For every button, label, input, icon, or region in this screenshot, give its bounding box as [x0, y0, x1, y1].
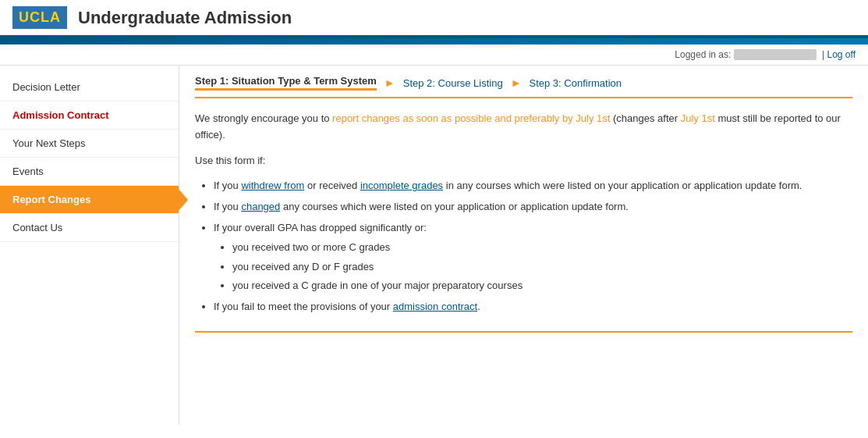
admission-contract-link[interactable]: admission contract — [393, 301, 477, 312]
username-display: REDACTED — [734, 49, 817, 60]
step2-link[interactable]: Step 2: Course Listing — [403, 77, 503, 89]
intro-paragraph: We strongly encourage you to report chan… — [195, 111, 852, 144]
sidebar-item-contact-us[interactable]: Contact Us — [0, 214, 179, 242]
page-title: Undergraduate Admission — [78, 8, 292, 28]
content-area: We strongly encourage you to report chan… — [195, 111, 852, 333]
step1[interactable]: Step 1: Situation Type & Term System — [195, 75, 377, 91]
logoff-link[interactable]: Log off — [827, 49, 856, 60]
bullet-4: If you fail to meet the provisions of yo… — [214, 299, 852, 315]
main-layout: Decision Letter Admission Contract Your … — [0, 66, 868, 425]
page-header: UCLA Undergraduate Admission — [0, 0, 868, 38]
incomplete-grades-link[interactable]: incomplete grades — [360, 180, 443, 191]
step3-link[interactable]: Step 3: Confirmation — [529, 77, 622, 89]
steps-nav: Step 1: Situation Type & Term System ► S… — [195, 66, 852, 98]
bullet-1: If you withdrew from or received incompl… — [214, 178, 852, 194]
sidebar-item-your-next-steps[interactable]: Your Next Steps — [0, 130, 179, 158]
logged-in-label: Logged in as: — [675, 49, 731, 60]
changed-link[interactable]: changed — [241, 201, 280, 212]
bottom-divider — [195, 331, 852, 333]
blue-bar — [0, 38, 868, 45]
withdrew-from-link[interactable]: withdrew from — [241, 180, 304, 191]
sidebar-item-admission-contract[interactable]: Admission Contract — [0, 101, 179, 130]
step-arrow-1: ► — [384, 77, 395, 89]
highlight-july: July 1st — [681, 112, 715, 124]
highlight-encourage: report changes as soon as possible and p… — [332, 112, 610, 124]
main-bullet-list: If you withdrew from or received incompl… — [214, 178, 852, 315]
step-arrow-2: ► — [511, 77, 522, 89]
sidebar: Decision Letter Admission Contract Your … — [0, 66, 179, 425]
bullet-2: If you changed any courses which were li… — [214, 199, 852, 215]
sidebar-item-decision-letter[interactable]: Decision Letter — [0, 73, 179, 101]
step2[interactable]: Step 2: Course Listing — [403, 77, 503, 89]
ucla-logo: UCLA — [12, 6, 67, 29]
use-form-label: Use this form if: — [195, 153, 852, 169]
main-content: Step 1: Situation Type & Term System ► S… — [179, 66, 868, 425]
sub-bullet-list: you received two or more C grades you re… — [232, 240, 852, 294]
sidebar-item-report-changes[interactable]: Report Changes — [0, 186, 179, 214]
step3[interactable]: Step 3: Confirmation — [529, 77, 622, 89]
sidebar-item-events[interactable]: Events — [0, 158, 179, 186]
sub-bullet-1: you received two or more C grades — [232, 240, 852, 256]
sub-bullet-2: you received any D or F grades — [232, 259, 852, 276]
login-bar: Logged in as: REDACTED | Log off — [0, 45, 868, 66]
sub-bullet-3: you received a C grade in one of your ma… — [232, 278, 852, 294]
bullet-3: If your overall GPA has dropped signific… — [214, 220, 852, 294]
